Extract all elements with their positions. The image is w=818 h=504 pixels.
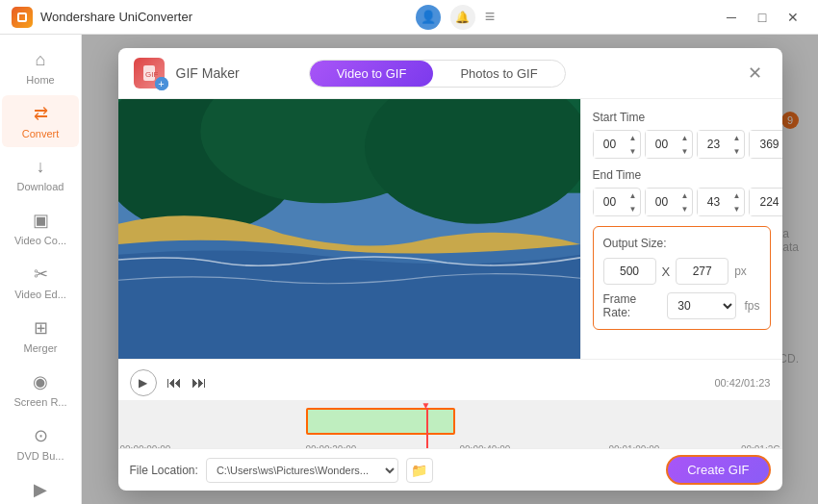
frame-rate-select[interactable]: 30 15 24 60	[667, 292, 736, 319]
end-sec-input[interactable]	[698, 189, 730, 215]
height-input[interactable]	[676, 258, 729, 285]
notification-icon[interactable]: 🔔	[450, 5, 475, 30]
end-time-inputs: ▲ ▼ ▲ ▼	[593, 188, 771, 216]
modal-header: GIF + GIF Maker Video to GIF Photos to G…	[118, 48, 782, 99]
menu-icon[interactable]: ≡	[485, 7, 496, 27]
next-frame-button[interactable]: ⏭	[192, 374, 207, 391]
start-time-section: Start Time ▲ ▼	[593, 111, 771, 159]
video-placeholder	[118, 99, 580, 359]
start-ms-input[interactable]	[750, 131, 782, 158]
start-min-up[interactable]: ▲	[678, 131, 692, 144]
content-area: itor 9 adataetadata CD. GIF + GIF Maker	[82, 35, 818, 504]
start-hour-input[interactable]	[594, 131, 626, 158]
timeline-track	[118, 408, 782, 435]
sidebar-item-home[interactable]: ⌂ Home	[2, 42, 79, 93]
folder-icon: 📁	[411, 463, 427, 478]
end-sec-spinner[interactable]: ▲ ▼	[697, 188, 745, 216]
modal-body: Start Time ▲ ▼	[118, 99, 782, 359]
playback-controls: ▶ ⏮ ⏭ 00:42/01:23	[118, 365, 782, 400]
modal-close-button[interactable]: ✕	[743, 62, 766, 85]
sidebar: ⌂ Home ⇄ Convert ↓ Download ▣ Video Co..…	[0, 35, 82, 504]
start-sec-down[interactable]: ▼	[730, 144, 744, 158]
modal-bottom: ▶ ⏮ ⏭ 00:42/01:23 00:00:00:00	[118, 359, 782, 491]
end-min-spinner[interactable]: ▲ ▼	[645, 188, 693, 216]
sidebar-label-edit: Video Ed...	[6, 289, 75, 300]
start-min-spinner[interactable]: ▲ ▼	[645, 130, 693, 159]
size-px-label: px	[734, 265, 747, 278]
video-preview	[118, 99, 580, 359]
start-hour-up[interactable]: ▲	[626, 131, 640, 144]
gif-maker-modal: GIF + GIF Maker Video to GIF Photos to G…	[118, 48, 782, 491]
sidebar-item-video-edit[interactable]: ✂ Video Ed...	[2, 256, 79, 308]
file-location-label: File Location:	[130, 464, 198, 477]
screen-icon: ◉	[33, 371, 48, 392]
sidebar-item-player[interactable]: ▶ Player	[2, 471, 79, 504]
end-hour-up[interactable]: ▲	[626, 189, 640, 202]
file-location-bar: File Location: C:\Users\ws\Pictures\Wond…	[118, 448, 782, 491]
fps-label: fps	[744, 299, 759, 313]
prev-frame-button[interactable]: ⏮	[166, 374, 182, 391]
timeline: 00:00:00:00 00:00:20:00 00:00:40:00 00:0…	[118, 400, 782, 448]
sidebar-item-video-compress[interactable]: ▣ Video Co...	[2, 202, 79, 254]
end-hour-down[interactable]: ▼	[626, 202, 640, 215]
start-hour-spinner[interactable]: ▲ ▼	[593, 130, 641, 159]
end-sec-down[interactable]: ▼	[730, 202, 744, 215]
end-hour-spinner[interactable]: ▲ ▼	[593, 188, 641, 216]
create-gif-button[interactable]: Create GIF	[666, 455, 770, 485]
time-display: 00:42/01:23	[714, 377, 770, 389]
title-bar-left: Wondershare UniConverter	[12, 7, 192, 28]
size-x-label: X	[662, 265, 671, 279]
start-min-input[interactable]	[646, 131, 678, 158]
modal-overlay: GIF + GIF Maker Video to GIF Photos to G…	[82, 35, 818, 504]
start-sec-input[interactable]	[698, 131, 730, 158]
compress-icon: ▣	[33, 210, 49, 231]
start-min-down[interactable]: ▼	[678, 144, 692, 158]
sidebar-item-convert[interactable]: ⇄ Convert	[2, 95, 79, 147]
file-location-select[interactable]: C:\Users\ws\Pictures\Wonders...	[206, 458, 398, 483]
sidebar-label-dvd: DVD Bu...	[6, 450, 75, 462]
tl-time-40: 00:00:40:00	[460, 444, 511, 448]
end-sec-up[interactable]: ▲	[730, 189, 744, 202]
tab-photos-to-gif[interactable]: Photos to GIF	[433, 61, 564, 87]
output-size-title: Output Size:	[603, 237, 760, 250]
sidebar-item-merger[interactable]: ⊞ Merger	[2, 310, 79, 362]
title-bar: Wondershare UniConverter 👤 🔔 ≡ ─ □ ✕	[0, 0, 818, 35]
sidebar-item-dvd[interactable]: ⊙ DVD Bu...	[2, 417, 79, 469]
end-ms-input[interactable]	[750, 189, 782, 215]
minimize-button[interactable]: ─	[718, 7, 745, 28]
close-button[interactable]: ✕	[780, 7, 806, 28]
end-time-label: End Time	[593, 168, 771, 182]
start-sec-spinner[interactable]: ▲ ▼	[697, 130, 745, 159]
end-min-input[interactable]	[646, 189, 678, 215]
main-layout: ⌂ Home ⇄ Convert ↓ Download ▣ Video Co..…	[0, 35, 818, 504]
sidebar-label-compress: Video Co...	[6, 235, 75, 246]
timeline-selection[interactable]	[306, 408, 455, 435]
end-ms-spinner[interactable]: ▲ ▼	[749, 188, 782, 216]
user-icon[interactable]: 👤	[416, 5, 441, 30]
start-sec-up[interactable]: ▲	[730, 131, 744, 144]
end-min-up[interactable]: ▲	[678, 189, 692, 202]
play-button[interactable]: ▶	[130, 369, 157, 396]
window-controls: ─ □ ✕	[718, 7, 806, 28]
sidebar-label-screen: Screen R...	[6, 396, 75, 408]
sidebar-label-convert: Convert	[6, 128, 75, 139]
player-icon: ▶	[34, 479, 47, 500]
sidebar-label-home: Home	[6, 74, 75, 86]
sidebar-item-screen-rec[interactable]: ◉ Screen R...	[2, 364, 79, 416]
width-input[interactable]	[603, 258, 656, 285]
tab-video-to-gif[interactable]: Video to GIF	[310, 61, 434, 87]
tl-time-60: 00:01:00:00	[609, 444, 660, 448]
start-time-inputs: ▲ ▼ ▲ ▼	[593, 130, 771, 159]
timeline-needle	[426, 408, 428, 448]
output-size-row: X px	[603, 258, 760, 285]
sidebar-item-download[interactable]: ↓ Download	[2, 149, 79, 200]
browse-folder-button[interactable]: 📁	[406, 458, 433, 483]
maximize-button[interactable]: □	[749, 7, 776, 28]
start-hour-down[interactable]: ▼	[626, 144, 640, 158]
end-hour-input[interactable]	[594, 189, 626, 215]
modal-title: GIF Maker	[176, 65, 240, 81]
output-size-section: Output Size: X px Frame Rate: 30	[593, 226, 771, 330]
start-ms-spinner[interactable]: ▲ ▼	[749, 130, 782, 159]
tl-time-20: 00:00:20:00	[306, 444, 357, 448]
end-min-down[interactable]: ▼	[678, 202, 692, 215]
